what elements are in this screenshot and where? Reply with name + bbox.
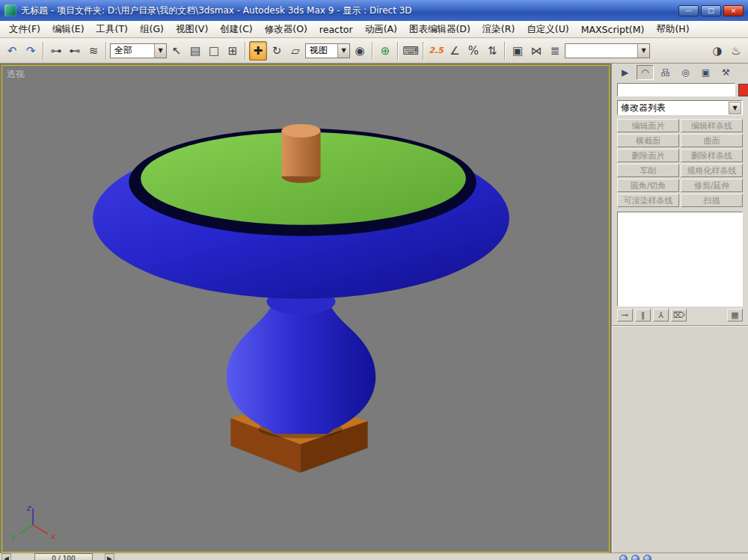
menu-rendering[interactable]: 渲染(R) [476, 21, 521, 38]
main-area: 透视 [0, 64, 748, 553]
toolbar-separator [105, 42, 107, 60]
menu-group[interactable]: 组(G) [134, 21, 170, 38]
menu-views[interactable]: 视图(V) [170, 21, 214, 38]
previous-frame-button[interactable]: ◀ [1, 553, 11, 560]
object-color-swatch[interactable] [738, 84, 748, 96]
chevron-down-icon[interactable]: ▼ [337, 44, 349, 58]
axis-tripod: z x y [10, 503, 56, 541]
command-panel-tabs: ▶ ◠ 品 ◎ ▣ ⚒ [612, 64, 748, 81]
nav-button-icon[interactable] [643, 555, 652, 560]
object-name-input[interactable] [617, 83, 735, 96]
delete-patch-button[interactable]: 删除面片 [617, 149, 679, 162]
toolbar-separator [504, 42, 506, 60]
select-and-rotate-icon[interactable]: ↻ [268, 41, 286, 61]
window-controls: — □ × [678, 5, 744, 16]
toolbar-separator [43, 42, 44, 60]
unlink-selection-icon[interactable]: ⊷ [66, 41, 84, 61]
material-editor-icon[interactable]: ◑ [708, 41, 726, 61]
selection-filter-value: 全部 [111, 44, 154, 57]
tab-display-icon[interactable]: ▣ [697, 65, 714, 80]
keyboard-override-icon[interactable]: ⌨ [402, 41, 420, 61]
tab-hierarchy-icon[interactable]: 品 [657, 65, 674, 80]
render-scene-icon[interactable]: ♨ [727, 41, 745, 61]
select-by-name-icon[interactable]: ▤ [186, 41, 204, 61]
snap-toggle-icon[interactable]: 2.5 [427, 41, 445, 61]
menu-create[interactable]: 创建(C) [214, 21, 258, 38]
minimize-button[interactable]: — [678, 5, 699, 16]
viewport-label: 透视 [7, 68, 25, 81]
maximize-button[interactable]: □ [701, 5, 721, 16]
remove-modifier-icon[interactable]: ⌦ [671, 309, 687, 321]
percent-snap-icon[interactable]: % [465, 41, 482, 61]
nav-button-icon[interactable] [619, 555, 628, 560]
rectangular-selection-icon[interactable]: □ [205, 41, 223, 61]
menu-tools[interactable]: 工具(T) [91, 21, 134, 38]
select-and-manipulate-icon[interactable]: ⊕ [376, 41, 394, 61]
axis-y-label: y [10, 532, 16, 541]
chevron-down-icon[interactable]: ▼ [637, 44, 649, 58]
menu-graph-editors[interactable]: 图表编辑器(D) [403, 21, 476, 38]
cross-section-button[interactable]: 横截面 [617, 134, 679, 147]
app-window: 无标题 - 项目文件夹: D:\用户目录\我的文档\3dsmax - Autod… [0, 0, 748, 560]
fillet-chamfer-button[interactable]: 圆角/切角 [617, 179, 679, 192]
select-and-scale-icon[interactable]: ▱ [286, 41, 304, 61]
reference-coordinate-dropdown[interactable]: 视图 ▼ [305, 43, 350, 58]
menu-modifiers[interactable]: 修改器(O) [259, 21, 313, 38]
menu-file[interactable]: 文件(F) [3, 21, 46, 38]
mirror-icon[interactable]: ⋈ [527, 41, 545, 61]
delete-spline-button[interactable]: 删除样条线 [681, 149, 743, 162]
edit-spline-button[interactable]: 编辑样条线 [681, 119, 743, 132]
sweep-button[interactable]: 扫描 [681, 194, 743, 207]
menu-animation[interactable]: 动画(A) [359, 21, 403, 38]
normalize-spline-button[interactable]: 规格化样条线 [681, 164, 743, 177]
show-end-result-icon[interactable]: ‖ [635, 309, 651, 321]
edit-named-sets-icon[interactable]: ▣ [509, 41, 527, 61]
undo-icon[interactable]: ↶ [3, 41, 21, 61]
perspective-viewport[interactable]: 透视 [1, 65, 610, 553]
tab-create-icon[interactable]: ▶ [616, 65, 634, 80]
pin-stack-icon[interactable]: ⊸ [617, 309, 633, 321]
selection-filter-dropdown[interactable]: 全部 ▼ [110, 43, 167, 58]
window-crossing-icon[interactable]: ⊞ [224, 41, 242, 61]
menu-reactor[interactable]: reactor [313, 22, 359, 37]
toolbar-separator [397, 42, 399, 60]
menu-edit[interactable]: 编辑(E) [46, 21, 91, 38]
bind-to-spacewarp-icon[interactable]: ≋ [85, 41, 102, 61]
redo-icon[interactable]: ↷ [22, 41, 40, 61]
close-button[interactable]: × [723, 5, 744, 16]
chevron-down-icon[interactable]: ▼ [729, 102, 741, 114]
menu-customize[interactable]: 自定义(U) [521, 21, 574, 38]
spinner-snap-icon[interactable]: ⇅ [483, 41, 501, 61]
time-slider-handle[interactable]: 0 / 100 [34, 553, 93, 560]
renderable-spline-button[interactable]: 可渲染样条线 [617, 194, 679, 207]
scene-3d-model[interactable]: z x y [2, 66, 609, 552]
window-title: 无标题 - 项目文件夹: D:\用户目录\我的文档\3dsmax - Autod… [21, 4, 674, 17]
angle-snap-icon[interactable]: ∠ [446, 41, 464, 61]
modifier-stack-list[interactable] [617, 212, 743, 307]
menu-help[interactable]: 帮助(H) [650, 21, 695, 38]
surface-button[interactable]: 曲面 [681, 134, 743, 147]
make-unique-icon[interactable]: ⅄ [653, 309, 669, 321]
modifier-list-dropdown[interactable]: 修改器列表 ▼ [617, 100, 743, 115]
trim-extend-button[interactable]: 修剪/延伸 [681, 179, 743, 192]
select-object-icon[interactable]: ↖ [168, 41, 186, 61]
tab-modify-icon[interactable]: ◠ [637, 65, 654, 80]
align-icon[interactable]: ≣ [546, 41, 564, 61]
next-frame-button[interactable]: ▶ [105, 553, 114, 560]
select-and-link-icon[interactable]: ⊶ [47, 41, 65, 61]
edit-patch-button[interactable]: 编辑面片 [617, 119, 679, 132]
pedestal-vase[interactable] [227, 289, 375, 434]
select-and-move-icon[interactable]: ✚ [249, 41, 267, 61]
use-pivot-center-icon[interactable]: ◉ [351, 41, 369, 61]
tab-utilities-icon[interactable]: ⚒ [717, 65, 735, 80]
chevron-down-icon[interactable]: ▼ [154, 44, 166, 58]
center-cylinder[interactable] [281, 124, 320, 183]
tab-motion-icon[interactable]: ◎ [677, 65, 694, 80]
configure-modifier-sets-icon[interactable]: ▦ [727, 309, 743, 321]
menu-maxscript[interactable]: MAXScript(M) [575, 22, 651, 37]
rollout-area [612, 325, 748, 553]
nav-button-icon[interactable] [631, 555, 640, 560]
named-selection-dropdown[interactable]: ▼ [565, 43, 650, 58]
modifier-shortcut-grid: 编辑面片 编辑样条线 横截面 曲面 删除面片 删除样条线 车削 规格化样条线 圆… [617, 119, 743, 207]
lathe-button[interactable]: 车削 [617, 164, 679, 177]
